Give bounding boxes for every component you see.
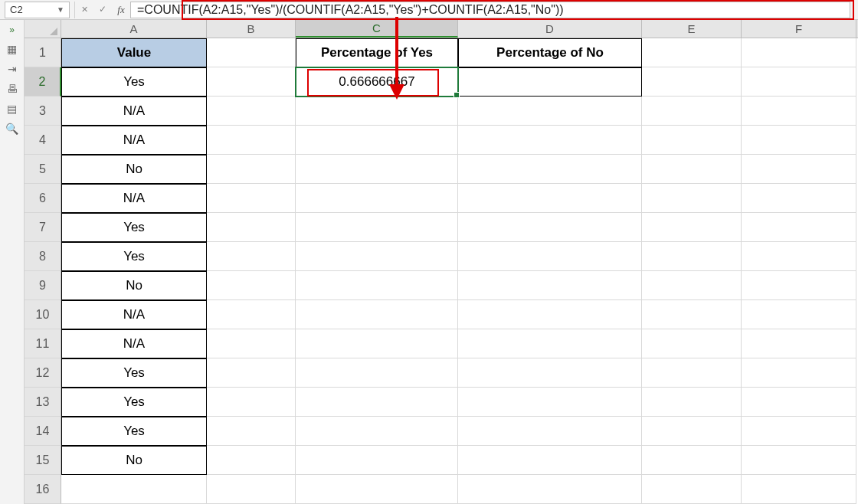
cell-F4[interactable] (742, 126, 856, 155)
cell-F14[interactable] (742, 417, 856, 446)
sidebar-icon-2[interactable]: ⇥ (8, 63, 17, 75)
cell-A4[interactable]: N/A (61, 126, 207, 155)
cell-D4[interactable] (458, 126, 642, 155)
cell-B1[interactable] (207, 38, 296, 67)
cell-F9[interactable] (742, 271, 856, 300)
expand-sidebar-icon[interactable]: » (9, 25, 15, 35)
cell-D11[interactable] (458, 329, 642, 358)
sidebar-icon-1[interactable]: ▦ (7, 43, 17, 55)
row-header-7[interactable]: 7 (25, 213, 61, 242)
cell-D14[interactable] (458, 417, 642, 446)
cell-A13[interactable]: Yes (61, 388, 207, 417)
cell-D6[interactable] (458, 184, 642, 213)
cell-A8[interactable]: Yes (61, 242, 207, 271)
cell-C8[interactable] (296, 242, 458, 271)
cell-E7[interactable] (642, 213, 742, 242)
cell-C3[interactable] (296, 97, 458, 126)
cell-F10[interactable] (742, 300, 856, 329)
cell-A9[interactable]: No (61, 271, 207, 300)
cell-C6[interactable] (296, 184, 458, 213)
row-header-2[interactable]: 2 (25, 67, 61, 97)
cell-D5[interactable] (458, 155, 642, 184)
cell-B15[interactable] (207, 446, 296, 475)
row-header-14[interactable]: 14 (25, 417, 61, 446)
row-header-8[interactable]: 8 (25, 242, 61, 271)
sidebar-icon-3[interactable]: 🖶 (7, 83, 18, 95)
cell-A2[interactable]: Yes (61, 67, 207, 97)
row-header-10[interactable]: 10 (25, 300, 61, 329)
cell-B5[interactable] (207, 155, 296, 184)
cell-C4[interactable] (296, 126, 458, 155)
col-header-A[interactable]: A (61, 20, 207, 38)
cell-E15[interactable] (642, 446, 742, 475)
sidebar-icon-5[interactable]: 🔍 (5, 123, 18, 135)
cell-B14[interactable] (207, 417, 296, 446)
cell-F6[interactable] (742, 184, 856, 213)
cell-B11[interactable] (207, 329, 296, 358)
cell-E16[interactable] (642, 475, 742, 504)
cell-D10[interactable] (458, 300, 642, 329)
cell-E5[interactable] (642, 155, 742, 184)
cell-E1[interactable] (642, 38, 742, 67)
cell-E3[interactable] (642, 97, 742, 126)
cell-F11[interactable] (742, 329, 856, 358)
cell-F2[interactable] (742, 67, 856, 97)
cell-F7[interactable] (742, 213, 856, 242)
select-all-corner[interactable] (25, 20, 61, 38)
cell-A1[interactable]: Value (61, 38, 207, 67)
row-header-5[interactable]: 5 (25, 155, 61, 184)
cell-F13[interactable] (742, 388, 856, 417)
cell-D9[interactable] (458, 271, 642, 300)
name-box[interactable]: C2 ▼ (5, 2, 70, 18)
cell-B8[interactable] (207, 242, 296, 271)
row-header-15[interactable]: 15 (25, 446, 61, 475)
cell-C13[interactable] (296, 388, 458, 417)
cell-B16[interactable] (207, 475, 296, 504)
fx-button[interactable]: fx (112, 2, 130, 18)
cell-E8[interactable] (642, 242, 742, 271)
cell-E13[interactable] (642, 388, 742, 417)
cell-D2[interactable] (458, 67, 642, 97)
cell-A15[interactable]: No (61, 446, 207, 475)
cell-C16[interactable] (296, 475, 458, 504)
enter-button[interactable] (93, 2, 112, 18)
cell-B4[interactable] (207, 126, 296, 155)
row-header-1[interactable]: 1 (25, 38, 61, 67)
cell-C10[interactable] (296, 300, 458, 329)
col-header-D[interactable]: D (458, 20, 642, 38)
col-header-C[interactable]: C (296, 20, 458, 38)
cell-D15[interactable] (458, 446, 642, 475)
cell-F15[interactable] (742, 446, 856, 475)
cell-C12[interactable] (296, 358, 458, 388)
cell-C9[interactable] (296, 271, 458, 300)
cell-A12[interactable]: Yes (61, 358, 207, 388)
row-header-9[interactable]: 9 (25, 271, 61, 300)
cell-D16[interactable] (458, 475, 642, 504)
cancel-button[interactable] (75, 2, 93, 18)
cell-D3[interactable] (458, 97, 642, 126)
cell-C1[interactable]: Percentage of Yes (296, 38, 458, 67)
row-header-11[interactable]: 11 (25, 329, 61, 358)
cell-C14[interactable] (296, 417, 458, 446)
spreadsheet-grid[interactable]: A B C D E F 1ValuePercentage of YesPerce… (25, 20, 858, 504)
cell-A3[interactable]: N/A (61, 97, 207, 126)
col-header-E[interactable]: E (642, 20, 742, 38)
sidebar-icon-4[interactable]: ▤ (7, 103, 17, 115)
cell-D1[interactable]: Percentage of No (458, 38, 642, 67)
cell-C5[interactable] (296, 155, 458, 184)
cell-F16[interactable] (742, 475, 856, 504)
name-box-dropdown-icon[interactable]: ▼ (57, 5, 64, 14)
cell-B2[interactable] (207, 67, 296, 97)
cell-F1[interactable] (742, 38, 856, 67)
cell-C7[interactable] (296, 213, 458, 242)
cell-E9[interactable] (642, 271, 742, 300)
cell-B6[interactable] (207, 184, 296, 213)
cell-E12[interactable] (642, 358, 742, 388)
cell-F12[interactable] (742, 358, 856, 388)
cell-C15[interactable] (296, 446, 458, 475)
formula-input[interactable]: =COUNTIF(A2:A15,"Yes")/(COUNTIF(A2:A15,"… (130, 2, 850, 18)
cell-E6[interactable] (642, 184, 742, 213)
cell-B7[interactable] (207, 213, 296, 242)
cell-D12[interactable] (458, 358, 642, 388)
cell-B9[interactable] (207, 271, 296, 300)
